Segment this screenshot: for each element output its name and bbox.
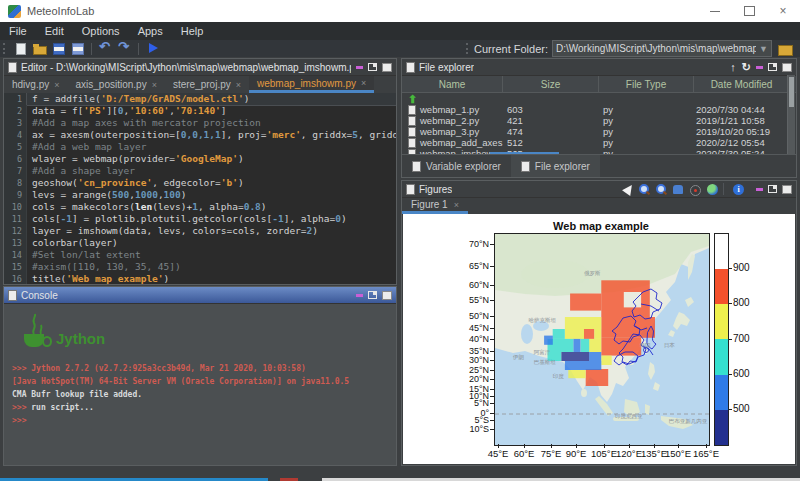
run-icon[interactable] xyxy=(145,42,160,55)
column-header-size[interactable]: Size xyxy=(503,76,599,92)
close-icon[interactable]: × xyxy=(152,80,157,90)
window-maximize-button[interactable] xyxy=(732,0,766,22)
code-line[interactable]: 2data = f['PS'][0,'10:60','70:140'] xyxy=(4,105,396,117)
refresh-icon[interactable]: ↻ xyxy=(742,61,751,74)
console-line: >>> run script... xyxy=(12,401,392,414)
console-panel-title: Console xyxy=(21,290,58,301)
select-arrow-icon[interactable] xyxy=(620,183,634,196)
menu-file[interactable]: File xyxy=(0,25,36,37)
code-line[interactable]: 1f = addfile('D:/Temp/GrADS/model.ctl') xyxy=(4,93,396,105)
code-line[interactable]: 8geoshow('cn_province', edgecolor='b') xyxy=(4,177,396,189)
tab-file-explorer[interactable]: File explorer xyxy=(511,155,600,177)
code-line[interactable]: 10cols = makecolors(len(levs)+1, alpha=0… xyxy=(4,201,396,213)
detach-panel-icon[interactable] xyxy=(768,185,777,193)
line-number: 2 xyxy=(4,105,27,117)
minimize-panel-icon[interactable] xyxy=(756,66,763,69)
file-explorer-header[interactable]: File explorer ↑ ↻ xyxy=(402,59,796,76)
identify-globe-icon[interactable] xyxy=(705,183,719,196)
info-icon[interactable] xyxy=(731,183,745,196)
code-line[interactable]: 5#Add a web map layer xyxy=(4,141,396,153)
figures-panel-header[interactable]: Figures xyxy=(402,181,796,198)
file-row[interactable]: webmap_add_axes.py512py2020/2/12 05:54 xyxy=(402,137,796,148)
code-line[interactable]: 3#Add a map axes with mercator projectio… xyxy=(4,117,396,129)
menu-options[interactable]: Options xyxy=(73,25,129,37)
editor-tab-hdivg-py[interactable]: hdivg.py× xyxy=(4,76,68,93)
parent-directory-row[interactable]: ⬆ xyxy=(402,93,796,104)
redo-icon[interactable] xyxy=(117,42,132,55)
code-line[interactable]: 13colorbar(layer) xyxy=(4,237,396,249)
vertical-scrollbar[interactable] xyxy=(787,75,795,157)
zoom-out-icon[interactable] xyxy=(654,183,668,196)
parent-folder-icon[interactable]: ↑ xyxy=(730,61,736,73)
code-line[interactable]: 12layer = imshowm(data, levs, colors=col… xyxy=(4,225,396,237)
maximize-panel-icon[interactable] xyxy=(382,291,392,300)
console-panel: Console Jython >>> Jython 2.7.2 (v2.7.2:… xyxy=(3,286,397,466)
map-plot-area[interactable]: 俄罗斯哈萨克斯坦伊朗阿富汗巴基斯坦印度韩国日本印度尼西亚巴布亚新几内亚 xyxy=(494,233,710,446)
minimize-panel-icon[interactable] xyxy=(356,294,363,297)
tab-variable-explorer[interactable]: Variable explorer xyxy=(402,155,511,177)
y-axis-tick-label: 10°S xyxy=(443,424,489,434)
code-line[interactable]: 14#Set lon/lat extent xyxy=(4,249,396,261)
editor-tab-bar: hdivg.py×axis_position.py×stere_proj.py×… xyxy=(4,76,396,94)
detach-panel-icon[interactable] xyxy=(768,63,777,71)
zoom-in-icon[interactable] xyxy=(637,183,651,196)
file-row[interactable]: webmap_2.py421py2019/1/21 10:58 xyxy=(402,115,796,126)
code-line[interactable]: 16title('Web map example') xyxy=(4,273,396,284)
window-minimize-button[interactable] xyxy=(698,0,732,22)
maximize-panel-icon[interactable] xyxy=(782,185,792,194)
figure-canvas[interactable]: Web map example 俄罗斯哈萨克斯坦伊朗阿富汗巴基斯坦印度韩国日本印… xyxy=(403,214,795,464)
window-close-button[interactable]: × xyxy=(766,0,800,22)
new-file-icon[interactable] xyxy=(13,42,28,55)
minimize-panel-icon[interactable] xyxy=(756,188,763,191)
maximize-panel-icon[interactable] xyxy=(382,63,392,72)
file-explorer-title: File explorer xyxy=(419,62,474,73)
editor-tab-axis_position-py[interactable]: axis_position.py× xyxy=(68,76,165,93)
column-header-date-modified[interactable]: Date Modified xyxy=(694,76,790,92)
code-line[interactable]: 7#Add a shape layer xyxy=(4,165,396,177)
column-header-file-type[interactable]: File Type xyxy=(599,76,694,92)
code-line[interactable]: 9levs = arange(500,1000,100) xyxy=(4,189,396,201)
file-table-header[interactable]: NameSizeFile TypeDate Modified xyxy=(402,76,796,93)
save-icon[interactable] xyxy=(51,42,66,55)
console-output[interactable]: Jython >>> Jython 2.7.2 (v2.7.2:925a3cc3… xyxy=(4,304,396,465)
y-axis-tick-label: 60°N xyxy=(443,280,489,290)
code-line[interactable]: 15#axism([110, 130, 35, 45]) xyxy=(4,261,396,273)
line-number: 6 xyxy=(4,153,27,165)
pan-hand-icon[interactable] xyxy=(671,183,685,196)
tab-figure-1[interactable]: Figure 1 × xyxy=(402,198,468,214)
detach-panel-icon[interactable] xyxy=(368,291,377,299)
close-icon[interactable]: × xyxy=(54,80,59,90)
chevron-down-icon[interactable]: ▼ xyxy=(756,44,768,54)
detach-panel-icon[interactable] xyxy=(368,63,377,71)
code-editor[interactable]: 1f = addfile('D:/Temp/GrADS/model.ctl')2… xyxy=(4,93,396,284)
column-header-name[interactable]: Name xyxy=(402,76,503,92)
minimize-panel-icon[interactable] xyxy=(356,66,363,69)
menu-edit[interactable]: Edit xyxy=(36,25,73,37)
undo-icon[interactable] xyxy=(98,42,113,55)
editor-tab-stere_proj-py[interactable]: stere_proj.py× xyxy=(165,76,249,93)
code-line[interactable]: 11cols[-1] = plotlib.plotutil.getcolor(c… xyxy=(4,213,396,225)
full-extent-icon[interactable] xyxy=(688,183,702,196)
menu-apps[interactable]: Apps xyxy=(129,25,172,37)
open-folder-icon[interactable] xyxy=(32,42,47,55)
current-folder-combobox[interactable]: D:\Working\MIScript\Jython\mis\map\webma… xyxy=(552,40,772,57)
colorbar-label: 500 xyxy=(733,403,750,414)
editor-panel-header[interactable]: Editor - D:\Working\MIScript\Jython\mis\… xyxy=(4,59,396,76)
close-icon[interactable]: × xyxy=(236,80,241,90)
jython-logo: Jython xyxy=(16,312,136,354)
maximize-panel-icon[interactable] xyxy=(782,63,792,72)
x-axis-tick-label: 165°E xyxy=(689,448,723,459)
file-row[interactable]: webmap_3.py474py2019/10/20 05:19 xyxy=(402,126,796,137)
close-icon[interactable]: × xyxy=(361,78,366,88)
editor-tab-webmap_imshowm-py[interactable]: webmap_imshowm.py× xyxy=(249,76,374,93)
y-axis-tick-label: 65°N xyxy=(443,261,489,271)
console-panel-header[interactable]: Console xyxy=(4,287,396,304)
console-line: >>> Jython 2.7.2 (v2.7.2:925a3cc3b49d, M… xyxy=(12,362,392,375)
code-line[interactable]: 6wlayer = webmap(provider='GoogleMap') xyxy=(4,153,396,165)
browse-folder-icon[interactable] xyxy=(778,43,792,55)
save-all-icon[interactable] xyxy=(70,42,85,55)
file-row[interactable]: webmap_1.py603py2020/7/30 04:44 xyxy=(402,104,796,115)
code-line[interactable]: 4ax = axesm(outerposition=[0,0,1,1], pro… xyxy=(4,129,396,141)
menu-help[interactable]: Help xyxy=(172,25,213,37)
close-icon[interactable]: × xyxy=(454,200,459,210)
